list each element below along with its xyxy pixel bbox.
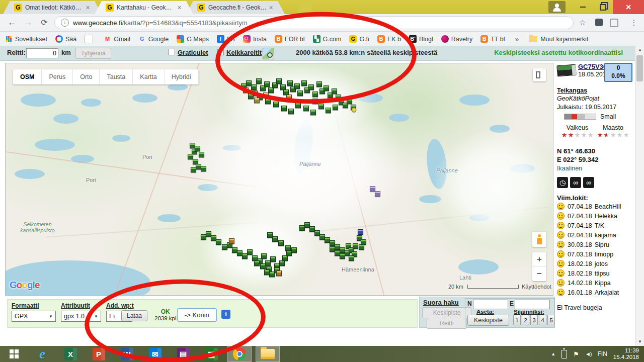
new-tab-button[interactable] xyxy=(297,3,314,13)
cache-marker[interactable] xyxy=(303,106,309,111)
map-layer-tausta[interactable]: Tausta xyxy=(100,69,133,84)
remote-app-icon[interactable]: ▤ xyxy=(169,346,197,362)
cache-marker[interactable] xyxy=(281,106,287,111)
cache-marker[interactable] xyxy=(347,99,352,104)
bookmark-g-com[interactable]: ▚G.com xyxy=(313,35,342,43)
bookmarks-overflow-icon[interactable]: » xyxy=(515,35,519,43)
map-layer-kartta[interactable]: Kartta xyxy=(133,69,164,84)
cache-marker[interactable] xyxy=(256,78,262,84)
cache-marker[interactable] xyxy=(199,152,204,157)
back-icon[interactable]: ← xyxy=(6,17,18,29)
chrome-icon[interactable] xyxy=(227,346,252,362)
cache-marker[interactable] xyxy=(295,103,301,108)
route-length-input[interactable] xyxy=(26,48,58,58)
cache-marker[interactable] xyxy=(332,88,337,94)
terms-link[interactable]: Käyttöehdot xyxy=(522,284,551,290)
zoom-in-button[interactable]: + xyxy=(532,252,546,266)
position-button-1[interactable]: 1 xyxy=(513,315,521,325)
file-explorer-icon[interactable] xyxy=(256,346,280,362)
position-button-3[interactable]: 3 xyxy=(530,315,538,325)
restore-button[interactable] xyxy=(593,0,613,14)
log-user[interactable]: kaijama xyxy=(595,232,616,239)
bookmark-star-icon[interactable]: ☆ xyxy=(577,17,589,29)
cache-marker[interactable] xyxy=(282,255,288,261)
log-user[interactable]: Sipru xyxy=(595,241,609,248)
log-user[interactable]: timopp xyxy=(595,251,614,258)
bookmark-sovellukset[interactable]: Sovellukset xyxy=(5,35,47,43)
log-user[interactable]: Helekka xyxy=(595,213,617,220)
cache-marker[interactable] xyxy=(251,84,257,90)
fullscreen-icon[interactable] xyxy=(533,68,546,81)
minimap-icon[interactable] xyxy=(263,48,274,59)
cache-marker[interactable] xyxy=(308,84,314,90)
format-select[interactable]: GPX▼ xyxy=(12,311,56,322)
bookmark-tt-bl[interactable]: BTT bl xyxy=(480,35,505,43)
battery-icon[interactable] xyxy=(561,350,567,358)
cache-marker[interactable] xyxy=(324,85,329,91)
routes-checkbox[interactable] xyxy=(217,49,224,55)
log-user[interactable]: T/K xyxy=(595,222,604,229)
cache-marker[interactable] xyxy=(318,104,324,109)
graticule-checkbox[interactable] xyxy=(169,49,175,55)
to-basket-button[interactable]: -> Koriin xyxy=(177,308,217,322)
attributes-select[interactable]: gpx 1.0▼ xyxy=(61,311,101,322)
cache-marker[interactable] xyxy=(260,263,266,269)
bookmark-g-maps[interactable]: G Maps xyxy=(177,35,209,43)
cache-marker[interactable] xyxy=(335,250,340,256)
set-center-button[interactable]: Keskipiste xyxy=(467,315,509,326)
tab-close-icon[interactable]: ✕ xyxy=(269,5,275,11)
extension-icon[interactable] xyxy=(593,17,605,29)
action-center-icon[interactable]: ⚑ xyxy=(573,350,579,358)
profile-icon[interactable] xyxy=(548,1,566,13)
internet-explorer-icon[interactable]: e xyxy=(28,346,56,362)
download-button[interactable]: Lataa xyxy=(121,310,147,321)
map-layer-osm[interactable]: OSM xyxy=(13,69,42,84)
cache-marker[interactable] xyxy=(301,80,307,86)
cache-marker[interactable] xyxy=(248,94,254,99)
browser-tab[interactable]: GKarttahaku - Geokätköily✕ xyxy=(95,1,193,14)
cache-marker[interactable] xyxy=(191,167,196,172)
position-button-4[interactable]: 4 xyxy=(539,315,546,325)
cache-marker[interactable] xyxy=(254,98,260,103)
minimize-button[interactable] xyxy=(573,0,593,14)
cache-name-link[interactable]: Teikangas xyxy=(557,87,633,94)
graticule-option[interactable]: Graticulet xyxy=(169,49,208,56)
bookmark-g-fi[interactable]: GG.fi xyxy=(349,35,369,43)
log-user[interactable]: BeachHill xyxy=(595,203,621,210)
cache-owner[interactable]: GeoKätköPojat xyxy=(557,95,633,102)
taskbar-clock[interactable]: 11:39 15.4.2018 xyxy=(613,347,639,360)
browser-tab[interactable]: GOmat tiedot: Kätkökorit✕ xyxy=(3,1,102,14)
map-canvas[interactable]: PoriPoriPäijännePaijanneHämeenlinnaLahti… xyxy=(5,63,553,296)
scroll-up-icon[interactable]: ▲ xyxy=(635,46,644,54)
bookmark-s-[interactable]: Sää xyxy=(55,35,76,43)
scrollbar-thumb[interactable] xyxy=(636,55,643,81)
word-icon[interactable]: W xyxy=(113,346,141,362)
mail-icon[interactable]: ✉ xyxy=(141,346,169,362)
forward-icon[interactable]: → xyxy=(22,17,34,29)
center-search-button[interactable]: Keskipiste xyxy=(422,307,471,318)
position-button-2[interactable]: 2 xyxy=(522,315,529,325)
cache-marker[interactable] xyxy=(349,255,354,261)
tab-close-icon[interactable]: ✕ xyxy=(86,5,92,11)
volume-icon[interactable]: ◄) xyxy=(585,351,592,357)
log-user[interactable]: ttipsu xyxy=(595,270,610,277)
center-point-info[interactable]: Keskipisteeksi asetettu kotikoordinaatti… xyxy=(494,49,623,56)
cache-marker[interactable] xyxy=(270,256,276,262)
vertical-scrollbar[interactable]: ▲ ▼ xyxy=(635,46,644,346)
log-user[interactable]: jotos xyxy=(595,260,608,267)
log-user[interactable]: Kippa xyxy=(595,280,611,287)
cache-marker[interactable] xyxy=(263,93,269,98)
cache-marker[interactable] xyxy=(243,87,249,93)
start-button[interactable] xyxy=(0,346,28,362)
page-info-icon[interactable]: i xyxy=(61,19,69,27)
cache-marker[interactable] xyxy=(312,99,318,104)
other-bookmarks-label[interactable]: Muut kirjanmerkit xyxy=(540,36,588,43)
map-layer-hybridi[interactable]: Hybridi xyxy=(165,69,199,84)
keyboard-language[interactable]: FIN xyxy=(597,350,607,357)
bookmark-untitled[interactable] xyxy=(85,35,96,43)
cache-marker[interactable] xyxy=(288,109,294,114)
cache-marker[interactable] xyxy=(254,260,260,266)
east-input[interactable] xyxy=(515,300,550,309)
cache-marker[interactable] xyxy=(247,249,253,255)
bookmark-ek-b[interactable]: BEK b xyxy=(377,35,401,43)
